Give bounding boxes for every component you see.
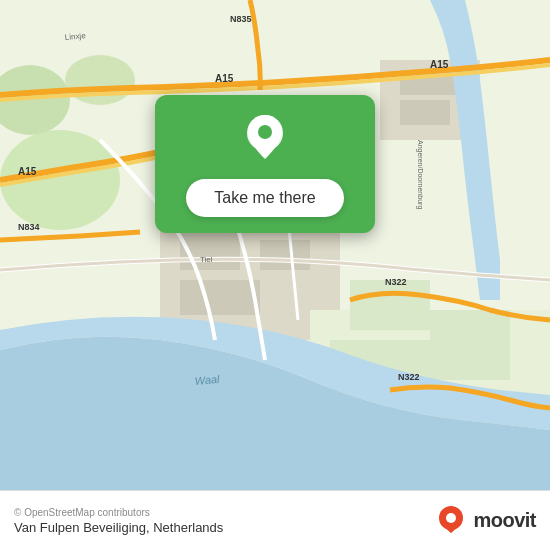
svg-text:N322: N322 xyxy=(398,372,420,382)
moovit-logo[interactable]: moovit xyxy=(435,505,536,537)
take-me-there-button[interactable]: Take me there xyxy=(186,179,343,217)
location-name: Van Fulpen Beveiliging, Netherlands xyxy=(14,520,223,535)
map-container: A15 A15 N835 A15 N834 N322 N322 Waal Tie… xyxy=(0,0,550,490)
svg-point-29 xyxy=(258,125,272,139)
svg-rect-12 xyxy=(430,310,510,380)
svg-rect-5 xyxy=(180,280,260,315)
svg-text:N835: N835 xyxy=(230,14,252,24)
moovit-icon xyxy=(435,505,467,537)
copyright-text: © OpenStreetMap contributors xyxy=(14,507,223,518)
footer-left: © OpenStreetMap contributors Van Fulpen … xyxy=(14,507,223,535)
svg-text:A15: A15 xyxy=(215,73,234,84)
svg-text:Waal: Waal xyxy=(194,373,220,387)
svg-text:N322: N322 xyxy=(385,277,407,287)
svg-text:N834: N834 xyxy=(18,222,40,232)
location-popup: Take me there xyxy=(155,95,375,233)
footer-bar: © OpenStreetMap contributors Van Fulpen … xyxy=(0,490,550,550)
map-background: A15 A15 N835 A15 N834 N322 N322 Waal Tie… xyxy=(0,0,550,490)
svg-point-16 xyxy=(65,55,135,105)
svg-text:A15: A15 xyxy=(18,166,37,177)
svg-point-31 xyxy=(446,513,456,523)
svg-rect-4 xyxy=(260,240,310,270)
svg-rect-8 xyxy=(400,100,450,125)
svg-text:A15: A15 xyxy=(430,59,449,70)
svg-rect-11 xyxy=(350,280,430,330)
location-pin-icon xyxy=(238,113,292,167)
svg-text:Tiel: Tiel xyxy=(200,255,213,264)
moovit-text: moovit xyxy=(473,509,536,532)
svg-text:Angeren/Doornenburg: Angeren/Doornenburg xyxy=(416,140,424,209)
svg-text:Linxje: Linxje xyxy=(64,31,86,42)
